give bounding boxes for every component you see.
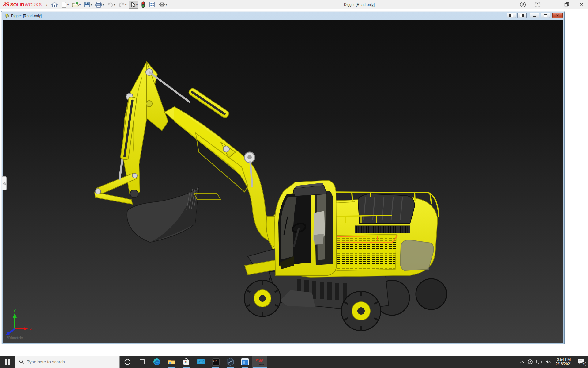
edge-icon	[153, 358, 161, 366]
taskbar-item-solidworks[interactable]: SW 2021	[252, 356, 267, 368]
tray-clock[interactable]: 3:54 PM 2/16/2021	[554, 358, 573, 366]
brand-text-bold: SOLID	[10, 2, 24, 7]
help-icon: ?	[534, 2, 541, 8]
taskbar-item-cortana[interactable]	[120, 356, 135, 368]
settings-caret-icon[interactable]: ▾	[166, 3, 167, 6]
solidworks-logo: 3S SOLID WORKS ›	[3, 0, 47, 9]
close-button[interactable]	[578, 1, 586, 9]
tray-ring-icon[interactable]	[527, 359, 533, 365]
taskbar-item-task-view[interactable]	[135, 356, 149, 368]
task-pane-list-icon	[149, 1, 156, 8]
notification-badge: 2	[582, 362, 586, 366]
doc-minimize-icon	[533, 16, 536, 17]
menu-expand-chevron-icon[interactable]: ›	[46, 2, 47, 7]
restore-button[interactable]	[563, 1, 571, 9]
new-document-caret-icon[interactable]: ▾	[67, 3, 69, 6]
cab[interactable]	[275, 180, 337, 275]
tray-time: 3:54 PM	[554, 358, 573, 362]
search-input[interactable]	[27, 359, 113, 364]
user-account-icon	[520, 2, 526, 8]
minimize-button[interactable]	[548, 1, 556, 9]
minimize-icon	[550, 2, 554, 7]
taskbar-item-file-explorer[interactable]	[164, 356, 179, 368]
user-account-button[interactable]	[519, 1, 527, 9]
undo-caret-icon: ▾	[114, 3, 115, 6]
start-button[interactable]	[0, 356, 15, 368]
pane-right-icon	[520, 14, 524, 17]
taskbar-item-edge[interactable]	[149, 356, 164, 368]
document-titlebar[interactable]: Digger [Read-only]	[1, 11, 564, 20]
save-caret-icon[interactable]: ▾	[91, 3, 92, 6]
redo-button[interactable]: ▾	[118, 1, 127, 9]
notification-center-button[interactable]: 2	[576, 357, 586, 366]
body-deck[interactable]	[245, 192, 439, 277]
new-document-button[interactable]: ▾	[60, 1, 69, 9]
new-document-icon	[61, 1, 67, 8]
settings-button[interactable]: ▾	[158, 1, 168, 9]
doc-close-button[interactable]	[552, 13, 563, 18]
taskbar-search[interactable]	[15, 356, 120, 368]
solidworks-logo-icon: 3S	[3, 2, 9, 8]
open-button[interactable]: ▾	[71, 1, 81, 9]
pane-right-button[interactable]	[517, 13, 527, 18]
svg-text:X: X	[30, 327, 32, 331]
solidworks-app-icon: SW 2021	[255, 358, 264, 366]
undo-button[interactable]: ▾	[106, 1, 116, 9]
graphics-viewport[interactable]: Y X *Dimetric	[3, 20, 563, 343]
help-button[interactable]: ?	[533, 1, 541, 9]
front-wheel[interactable]	[244, 280, 281, 316]
doc-close-icon	[556, 14, 560, 17]
close-icon	[579, 2, 584, 7]
redo-icon	[118, 1, 125, 8]
pane-left-icon	[509, 14, 513, 17]
part-document-icon	[4, 13, 9, 18]
doc-maximize-button[interactable]	[541, 13, 550, 18]
view-orientation-label: *Dimetric	[7, 336, 23, 340]
svg-text:2021: 2021	[259, 363, 264, 366]
taskbar-item-store[interactable]	[179, 356, 194, 368]
select-button[interactable]: ▾	[129, 1, 138, 9]
save-button[interactable]: ▾	[83, 1, 92, 9]
excavator-model[interactable]: Y X	[3, 20, 563, 343]
document-title: Digger [Read-only]	[11, 14, 42, 18]
pane-left-button[interactable]	[507, 13, 516, 18]
select-caret-icon[interactable]: ▾	[136, 3, 138, 6]
hidden-icons-chevron-icon[interactable]	[520, 360, 524, 363]
orientation-triad: Y X	[6, 309, 32, 335]
rear-wheel[interactable]	[341, 291, 381, 331]
open-caret-icon[interactable]: ▾	[79, 3, 81, 6]
app-titlebar: 3S SOLID WORKS › ▾ ▾	[0, 0, 588, 9]
task-view-icon	[139, 358, 145, 365]
network-icon[interactable]	[536, 359, 542, 365]
print-caret-icon[interactable]: ▾	[103, 3, 104, 6]
svg-text:Y: Y	[13, 309, 16, 312]
hexagon-app-icon	[226, 358, 234, 366]
volume-muted-icon[interactable]	[545, 359, 551, 364]
print-button[interactable]: ▾	[94, 1, 104, 9]
windows-logo-icon	[5, 359, 10, 365]
blue-window-app-icon	[241, 358, 249, 366]
doc-maximize-icon	[544, 14, 547, 17]
task-pane-button[interactable]	[148, 1, 156, 9]
taskbar-item-hexagon-app[interactable]	[223, 356, 238, 368]
svg-text:C:\_: C:\_	[213, 360, 219, 362]
taskbar-item-command-prompt[interactable]: C:\_	[208, 356, 223, 368]
tray-date: 2/16/2021	[554, 362, 573, 366]
undo-icon	[107, 1, 114, 8]
home-button[interactable]	[51, 1, 58, 9]
settings-gear-icon	[159, 1, 165, 8]
app-title: Digger [Read-only]	[344, 2, 375, 7]
command-prompt-icon: C:\_	[212, 358, 220, 366]
save-icon	[84, 1, 90, 8]
rebuild-button[interactable]	[140, 1, 146, 9]
feature-panel-handle[interactable]	[2, 176, 7, 190]
svg-text:?: ?	[537, 3, 538, 6]
doc-minimize-button[interactable]	[530, 13, 539, 18]
taskbar: C:\_ SW 2021	[0, 356, 588, 368]
select-cursor-icon	[130, 1, 136, 8]
taskbar-item-blue-window-app[interactable]	[238, 356, 252, 368]
cortana-icon	[124, 358, 131, 365]
document-window-controls	[507, 13, 563, 18]
system-tray: 3:54 PM 2/16/2021 2	[520, 356, 588, 368]
taskbar-item-mail[interactable]	[194, 356, 208, 368]
